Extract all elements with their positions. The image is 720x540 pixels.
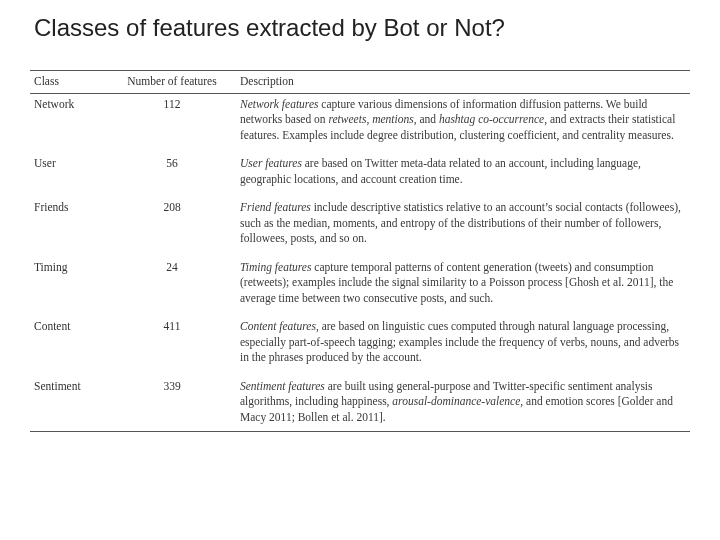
page-title: Classes of features extracted by Bot or … bbox=[34, 14, 690, 42]
cell-num: 56 bbox=[108, 153, 236, 197]
cell-num: 339 bbox=[108, 376, 236, 432]
cell-class: Timing bbox=[30, 257, 108, 317]
th-desc: Description bbox=[236, 71, 690, 94]
table-row: User 56 User features are based on Twitt… bbox=[30, 153, 690, 197]
cell-class: Content bbox=[30, 316, 108, 376]
cell-desc: User features are based on Twitter meta-… bbox=[236, 153, 690, 197]
cell-class: Friends bbox=[30, 197, 108, 257]
table-row: Content 411 Content features, are based … bbox=[30, 316, 690, 376]
cell-desc: Content features, are based on linguisti… bbox=[236, 316, 690, 376]
table-row: Sentiment 339 Sentiment features are bui… bbox=[30, 376, 690, 432]
cell-num: 24 bbox=[108, 257, 236, 317]
features-table: Class Number of features Description Net… bbox=[30, 70, 690, 432]
cell-class: Network bbox=[30, 93, 108, 153]
cell-num: 208 bbox=[108, 197, 236, 257]
cell-desc: Timing features capture temporal pattern… bbox=[236, 257, 690, 317]
th-class: Class bbox=[30, 71, 108, 94]
cell-num: 112 bbox=[108, 93, 236, 153]
cell-desc: Friend features include descriptive stat… bbox=[236, 197, 690, 257]
cell-num: 411 bbox=[108, 316, 236, 376]
cell-desc: Network features capture various dimensi… bbox=[236, 93, 690, 153]
cell-class: User bbox=[30, 153, 108, 197]
cell-class: Sentiment bbox=[30, 376, 108, 432]
table-row: Network 112 Network features capture var… bbox=[30, 93, 690, 153]
table-header-row: Class Number of features Description bbox=[30, 71, 690, 94]
table-row: Timing 24 Timing features capture tempor… bbox=[30, 257, 690, 317]
th-num: Number of features bbox=[108, 71, 236, 94]
table-row: Friends 208 Friend features include desc… bbox=[30, 197, 690, 257]
cell-desc: Sentiment features are built using gener… bbox=[236, 376, 690, 432]
